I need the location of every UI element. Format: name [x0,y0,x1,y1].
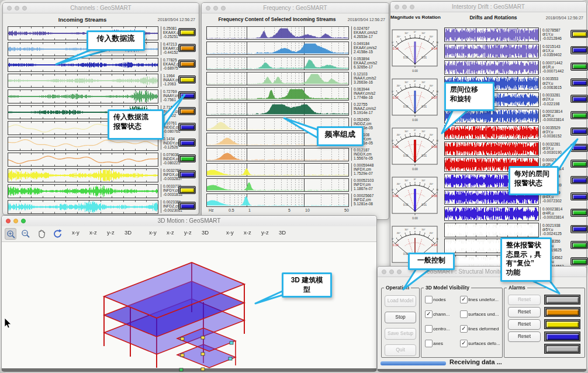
checkbox-surfaces-defo-[interactable]: ✓ [460,340,468,347]
drift-alarm-indicator-button[interactable] [570,257,588,265]
drift-alarm-indicator-button[interactable] [570,111,588,119]
save-setup-button[interactable]: Save Setup [385,328,416,340]
zoom-button[interactable] [21,219,26,223]
close-button[interactable] [382,270,386,274]
checkbox-lines-deformed[interactable]: ✓ [460,325,468,333]
view-button-yz[interactable]: y-z [184,229,192,236]
svg-text:20°: 20° [397,133,401,136]
minimize-button[interactable] [15,6,19,11]
alarm-indicator-button[interactable] [178,44,196,52]
motion-titlebar[interactable]: 3D Motion : GeoSMART [2,216,376,227]
global-alarm-swatch[interactable] [544,295,580,305]
checkbox-chann-[interactable]: ✓ [425,310,433,318]
frequency-titlebar[interactable]: Frequency : GeoSMART [202,3,389,13]
view-button-3D[interactable]: 3D [202,229,209,236]
drift-alarm-indicator-button[interactable] [570,30,588,38]
global-alarm-swatch[interactable] [544,319,580,329]
motion-canvas-area[interactable] [2,242,376,368]
zoom-button[interactable] [410,5,414,9]
alarm-indicator-button[interactable] [178,186,196,194]
close-button[interactable] [206,6,210,11]
checkbox-lines-undefor-[interactable]: ✓ [460,296,468,303]
minimize-button[interactable] [402,5,407,9]
alarm-indicator-button[interactable] [178,107,196,115]
checkbox-nodes[interactable] [425,296,433,303]
alarm-indicator-button[interactable] [178,60,196,68]
drift-alarm-indicator-button[interactable] [570,225,588,233]
drift-alarm-indicator-button[interactable] [570,46,588,54]
drift-row: 0.0021938dr5Y,u-0.0024125 [444,223,587,237]
minimize-button[interactable] [13,219,18,223]
close-button[interactable] [395,5,399,9]
checkbox-centro-[interactable] [425,325,433,333]
alarm-indicator-button[interactable] [178,139,196,147]
view-button-xy[interactable]: x-y [226,229,234,236]
checkbox-label: nodes [433,297,446,302]
global-alarm-swatch[interactable] [544,307,580,317]
checkbox-surfaces-und-[interactable] [460,310,468,318]
status-text: Receiving data ... [449,358,502,365]
pan-hand-tool[interactable] [36,228,47,240]
global-alarm-swatch[interactable] [544,344,580,354]
stop-button[interactable]: Stop [385,312,416,323]
reset-button[interactable]: Reset [508,307,541,317]
alarm-indicator-button[interactable] [178,91,196,99]
channels-titlebar[interactable]: Channels : GeoSMART [3,3,199,13]
annotation-callout: 一般控制 [408,253,455,270]
drift-alarm-indicator-button[interactable] [570,95,588,103]
minimize-button[interactable] [213,6,218,11]
drift-titlebar[interactable]: Interstory Drift : GeoSMART [390,2,586,12]
checkbox-axes[interactable] [425,340,433,347]
alarm-indicator-button[interactable] [178,170,196,178]
quit-button[interactable]: Quit [385,344,416,356]
zoom-out-tool[interactable] [20,228,32,240]
global-alarm-swatch[interactable] [544,331,580,341]
view-button-3D[interactable]: 3D [279,229,286,236]
view-button-yz[interactable]: y-z [107,229,115,236]
drift-row: 0.0215143dr1X,u-0.0359402 [444,44,587,58]
reset-button[interactable]: Reset [508,331,541,342]
drift-alarm-indicator-button[interactable] [570,78,588,87]
view-button-xy[interactable]: x-y [72,229,79,236]
alarms-panel: Alarms ResetResetResetReset [504,288,585,358]
close-button[interactable] [6,219,11,223]
zoom-button[interactable] [22,6,27,11]
control-window: GeoSMART : Structural Monitoring … Time … [377,266,587,372]
drift-alarm-indicator-button[interactable] [570,209,588,217]
view-button-3D[interactable]: 3D [124,229,132,236]
drift-alarm-indicator-button[interactable] [570,192,588,201]
view-button-xz[interactable]: x-z [89,229,97,236]
reset-button[interactable]: Reset [508,295,541,305]
drift-alarm-indicator-button[interactable] [570,127,588,136]
drift-alarm-indicator-button[interactable] [570,176,588,184]
alarm-indicator-button[interactable] [178,28,196,36]
view-button-yz[interactable]: y-z [261,229,269,236]
alarm-indicator-button[interactable] [178,202,196,210]
svg-text:0.01: 0.01 [421,203,427,206]
reset-button[interactable]: Reset [508,319,541,330]
alarm-indicator-button[interactable] [178,123,196,131]
load-model-button[interactable]: Load Model [385,295,416,307]
svg-text:30°: 30° [392,41,394,44]
close-button[interactable] [7,6,12,11]
alarm-indicator-button[interactable] [178,154,196,163]
waveform-plot [206,26,349,40]
drift-alarm-indicator-button[interactable] [570,63,588,71]
zoom-in-tool[interactable] [5,228,16,240]
minimize-button[interactable] [389,270,394,274]
rotate-3d-tool[interactable] [52,228,64,240]
svg-text:20°: 20° [397,232,401,234]
signal-name: dr4X,u [542,195,570,199]
svg-text:10°: 10° [404,81,409,84]
alarm-indicator-button[interactable] [178,75,196,84]
svg-text:10°: 10° [421,179,426,182]
signal-label: 0.063944INAAY,cm/s21.7748e-16 [351,87,389,100]
drift-alarm-indicator-button[interactable] [570,241,588,249]
drift-alarm-indicator-button[interactable] [570,144,588,152]
view-button-xy[interactable]: x-y [149,229,157,236]
view-button-xz[interactable]: x-z [244,229,251,236]
zoom-button[interactable] [397,270,402,274]
zoom-button[interactable] [221,6,226,11]
drift-alarm-indicator-button[interactable] [570,160,588,168]
view-button-xz[interactable]: x-z [167,229,174,236]
